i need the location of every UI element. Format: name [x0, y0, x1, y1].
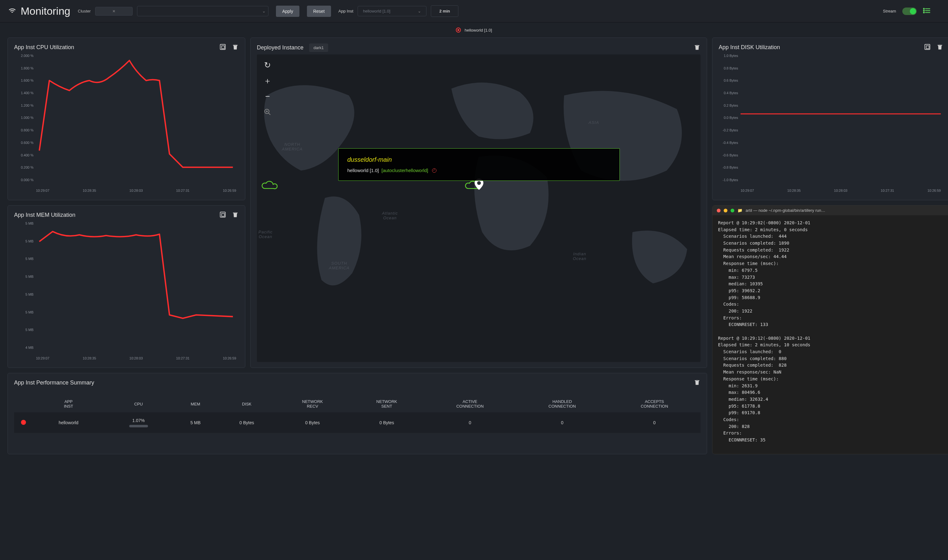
cell-disk: 0 Bytes [218, 412, 275, 433]
cell-nsent: 0 Bytes [349, 412, 424, 433]
perf-table: APPINSTCPUMEMDISKNETWORKRECVNETWORKSENTA… [14, 395, 700, 433]
terminal-title-text: artil — node ~/.npm-global/bin/artillery… [746, 208, 825, 213]
trash-icon[interactable] [232, 211, 239, 219]
list-view-icon[interactable] [923, 8, 931, 15]
svg-rect-17 [222, 213, 224, 216]
cell-app: helloworld [33, 412, 104, 433]
map-label-ind: IndianOcean [573, 252, 586, 261]
appinst-placeholder: helloworld [1.0] [363, 9, 390, 14]
tooltip-app: helloworld [1.0] [347, 168, 379, 173]
zoom-in-icon[interactable]: ＋ [262, 75, 273, 86]
mem-panel: App Inst MEM Utilization 5 MB5 MB5 MB5 M… [8, 205, 245, 368]
cluster-dropdown[interactable]: ⌄ [137, 6, 268, 16]
apply-button[interactable]: Apply [276, 6, 299, 17]
map-tooltip: dusseldorf-main helloworld [1.0] [autocl… [338, 148, 620, 181]
cpu-chart: 2.000 %1.800 %1.600 %1.400 %1.200 %1.000… [14, 54, 239, 194]
cell-nrecv: 0 Bytes [275, 412, 349, 433]
svg-point-12 [477, 181, 481, 185]
status-dot-icon [21, 420, 26, 425]
trash-icon[interactable] [694, 379, 700, 387]
performance-panel: App Inst Performance Summary APPINSTCPUM… [8, 373, 707, 454]
cell-cpu: 1.07% [104, 412, 173, 433]
tooltip-title: dusseldorf-main [347, 156, 611, 163]
svg-point-3 [923, 8, 925, 9]
svg-point-4 [923, 10, 925, 11]
tooltip-line: helloworld [1.0] [autoclusterhelloworld] [347, 168, 611, 173]
cluster-chip[interactable]: ✕ [95, 7, 133, 15]
svg-point-5 [923, 12, 925, 13]
map-controls: ↻ ＋ − [262, 60, 273, 118]
svg-rect-7 [222, 46, 224, 49]
map-panel: Deployed Instance dark1 ↻ ＋ − [250, 37, 707, 368]
disk-chart: 1.0 Bytes0.8 Bytes0.6 Bytes0.4 Bytes0.2 … [719, 54, 943, 194]
cell-mem: 5 MB [173, 412, 218, 433]
world-map[interactable]: ↻ ＋ − NORTHAMERICA SOUTHAMERICA ASIA Atl… [257, 54, 700, 362]
page-title: Monitoring [8, 5, 71, 17]
map-label-atl: AtlanticOcean [382, 211, 398, 220]
chip-clear-icon[interactable]: ✕ [112, 9, 115, 14]
minimize-dot-icon[interactable] [724, 209, 728, 212]
map-panel-title: Deployed Instance [257, 45, 303, 51]
tooltip-status-icon [432, 168, 437, 173]
cluster-label: Cluster [78, 9, 91, 14]
map-label-na: NORTHAMERICA [282, 142, 303, 151]
mem-chart: 5 MB5 MB5 MB5 MB5 MB5 MB5 MB4 MB 10:29:0… [14, 222, 239, 362]
cpu-panel-title: App Inst CPU Utilization [14, 44, 74, 51]
refresh-icon[interactable]: ↻ [262, 60, 273, 71]
zoom-search-icon[interactable] [262, 106, 273, 118]
terminal-window: 📁 artil — node ~/.npm-global/bin/artille… [712, 205, 948, 454]
expand-icon[interactable] [219, 43, 226, 51]
page-title-text: Monitoring [21, 5, 71, 17]
map-label-pac: PacificOcean [259, 230, 272, 239]
maximize-dot-icon[interactable] [731, 209, 734, 212]
disk-panel: App Inst DISK Utilization 1.0 Bytes0.8 B… [712, 37, 948, 200]
chevron-down-icon: ⌄ [418, 9, 421, 14]
svg-line-9 [268, 113, 270, 115]
table-header-row: APPINSTCPUMEMDISKNETWORKRECVNETWORKSENTA… [14, 395, 700, 412]
expand-icon[interactable] [924, 43, 931, 51]
cell-handled: 0 [516, 412, 608, 433]
expand-icon[interactable] [219, 211, 226, 219]
cloud-icon [260, 180, 277, 192]
appinst-dropdown[interactable]: helloworld [1.0] ⌄ [358, 6, 426, 16]
close-dot-icon[interactable] [717, 209, 720, 212]
trash-icon[interactable] [232, 43, 239, 51]
status-text: helloworld [1.0] [465, 28, 492, 32]
map-theme-pill[interactable]: dark1 [309, 43, 328, 52]
perf-panel-title: App Inst Performance Summary [14, 380, 94, 386]
status-row: helloworld [1.0] [0, 23, 948, 37]
trash-icon[interactable] [936, 43, 943, 51]
reset-button[interactable]: Reset [307, 6, 331, 17]
cpu-panel: App Inst CPU Utilization 2.000 %1.800 %1… [8, 37, 245, 200]
map-label-sa: SOUTHAMERICA [329, 261, 349, 270]
cell-accepts: 0 [608, 412, 700, 433]
mem-panel-title: App Inst MEM Utilization [14, 212, 75, 218]
cell-active: 0 [424, 412, 516, 433]
trash-icon[interactable] [694, 44, 700, 52]
tooltip-cluster: [autoclusterhelloworld] [382, 168, 428, 173]
zoom-out-icon[interactable]: − [262, 91, 273, 102]
appinst-filter: App Inst helloworld [1.0] ⌄ 2 min [339, 5, 459, 17]
wifi-icon [8, 5, 17, 17]
time-range-select[interactable]: 2 min [431, 5, 459, 17]
stream-label: Stream [883, 9, 896, 14]
stream-toggle-group: Stream [883, 8, 931, 15]
chevron-down-icon: ⌄ [262, 9, 266, 14]
svg-rect-14 [926, 46, 929, 49]
folder-icon: 📁 [737, 208, 742, 213]
disk-panel-title: App Inst DISK Utilization [719, 44, 780, 51]
topbar: Monitoring Cluster ✕ ⌄ Apply Reset App I… [0, 0, 948, 23]
map-label-asia: ASIA [588, 120, 599, 125]
stream-toggle[interactable] [902, 8, 917, 15]
terminal-titlebar[interactable]: 📁 artil — node ~/.npm-global/bin/artille… [713, 206, 948, 215]
table-row[interactable]: helloworld 1.07% 5 MB 0 Bytes 0 Bytes 0 … [14, 412, 700, 433]
terminal-output: Report @ 10:29:02(-0800) 2020-12-01 Elap… [713, 215, 948, 448]
appinst-label: App Inst [339, 9, 354, 14]
cluster-filter: Cluster ✕ ⌄ [78, 6, 268, 16]
status-indicator-icon [456, 28, 461, 32]
